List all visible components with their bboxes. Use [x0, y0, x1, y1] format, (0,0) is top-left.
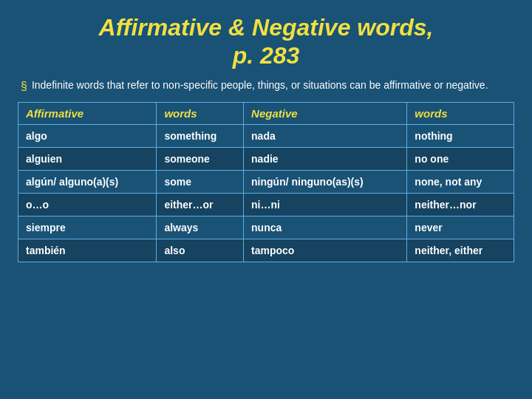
cell-r3-c1: either…or — [157, 193, 244, 216]
vocabulary-table-container: Affirmative words Negative words algosom… — [18, 102, 514, 389]
title-line1: Affirmative & Negative words, — [99, 14, 434, 41]
cell-r3-c0: o…o — [18, 193, 157, 216]
cell-r0-c3: nothing — [407, 124, 514, 147]
table-header-row: Affirmative words Negative words — [18, 102, 514, 124]
cell-r2-c3: none, not any — [407, 170, 514, 193]
description-text: Indefinite words that refer to non-speci… — [32, 79, 488, 91]
table-row: o…oeither…orni…nineither…nor — [18, 193, 514, 216]
description-block: § Indefinite words that refer to non-spe… — [18, 79, 514, 93]
table-row: algún/ alguno(a)(s)someningún/ ninguno(a… — [18, 170, 514, 193]
table-row: alguiensomeonenadieno one — [18, 147, 514, 170]
col-header-words1: words — [157, 102, 244, 124]
table-row: algosomethingnadanothing — [18, 124, 514, 147]
cell-r5-c0: también — [18, 239, 157, 262]
cell-r0-c2: nada — [244, 124, 407, 147]
title-line2: p. 283 — [233, 42, 300, 69]
cell-r4-c2: nunca — [244, 216, 407, 239]
cell-r1-c0: alguien — [18, 147, 157, 170]
cell-r1-c1: someone — [157, 147, 244, 170]
cell-r1-c2: nadie — [244, 147, 407, 170]
cell-r3-c3: neither…nor — [407, 193, 514, 216]
cell-r4-c1: always — [157, 216, 244, 239]
col-header-negative: Negative — [244, 102, 407, 124]
slide: Affirmative & Negative words, p. 283 § I… — [0, 0, 532, 399]
cell-r4-c3: never — [407, 216, 514, 239]
col-header-affirmative: Affirmative — [18, 102, 157, 124]
table-row: siemprealwaysnuncanever — [18, 216, 514, 239]
cell-r4-c0: siempre — [18, 216, 157, 239]
table-row: tambiénalsotampoconeither, either — [18, 239, 514, 262]
col-header-words2: words — [407, 102, 514, 124]
bullet-icon: § — [21, 80, 27, 93]
cell-r2-c0: algún/ alguno(a)(s) — [18, 170, 157, 193]
cell-r2-c1: some — [157, 170, 244, 193]
cell-r2-c2: ningún/ ninguno(as)(s) — [244, 170, 407, 193]
cell-r0-c1: something — [157, 124, 244, 147]
cell-r0-c0: algo — [18, 124, 157, 147]
cell-r5-c3: neither, either — [407, 239, 514, 262]
slide-title: Affirmative & Negative words, p. 283 — [18, 13, 514, 70]
cell-r1-c3: no one — [407, 147, 514, 170]
cell-r5-c1: also — [157, 239, 244, 262]
vocabulary-table: Affirmative words Negative words algosom… — [18, 102, 514, 262]
cell-r5-c2: tampoco — [244, 239, 407, 262]
cell-r3-c2: ni…ni — [244, 193, 407, 216]
